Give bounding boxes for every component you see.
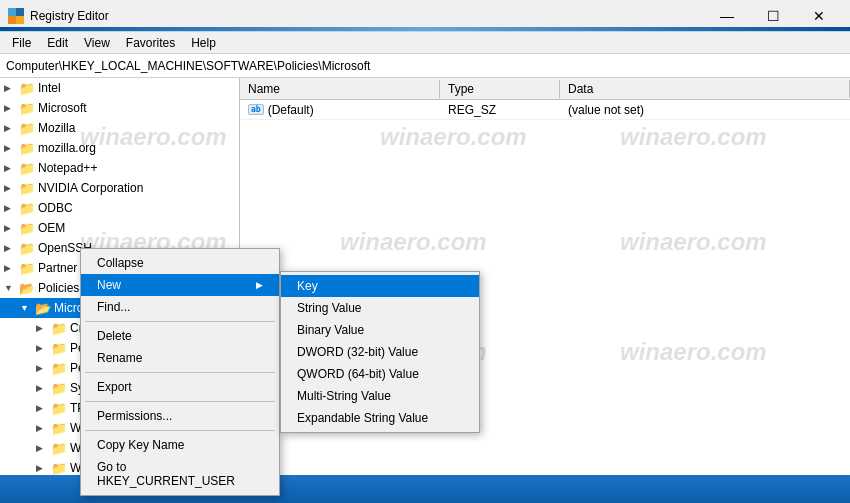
folder-icon: 📁 [51,361,67,376]
ctx-new[interactable]: New ▶ [81,274,279,296]
ctx-separator-3 [85,401,275,402]
details-row-default[interactable]: ab (Default) REG_SZ (value not set) [240,100,850,120]
tree-label: NVIDIA Corporation [38,181,143,195]
menu-bar: File Edit View Favorites Help [0,32,850,54]
sub-item-key[interactable]: Key [281,275,479,297]
menu-file[interactable]: File [4,34,39,52]
expand-arrow: ▶ [4,263,16,273]
ctx-find[interactable]: Find... [81,296,279,318]
sub-label: String Value [297,301,361,315]
ctx-label: Find... [97,300,130,314]
tree-item-mozilla-org[interactable]: ▶ 📁 mozilla.org [0,138,239,158]
ctx-goto-hkcu[interactable]: Go to HKEY_CURRENT_USER [81,456,279,492]
reg-value-icon: ab [248,104,264,115]
folder-icon: 📁 [19,101,35,116]
tree-item-intel[interactable]: ▶ 📁 Intel [0,78,239,98]
ctx-label: Export [97,380,132,394]
tree-label: Partner [38,261,77,275]
expand-arrow: ▶ [4,103,16,113]
expand-arrow: ▶ [4,143,16,153]
folder-icon: 📁 [51,441,67,456]
sub-label: Expandable String Value [297,411,428,425]
tree-item-mozilla[interactable]: ▶ 📁 Mozilla [0,118,239,138]
menu-favorites[interactable]: Favorites [118,34,183,52]
tree-label: Policies [38,281,79,295]
folder-icon: 📁 [19,181,35,196]
tree-label: Mozilla [38,121,75,135]
cell-name: ab (Default) [240,101,440,119]
cell-type: REG_SZ [440,101,560,119]
address-bar: Computer\HKEY_LOCAL_MACHINE\SOFTWARE\Pol… [0,54,850,78]
sub-label: Key [297,279,318,293]
folder-icon: 📁 [51,381,67,396]
tree-label: Microsoft [38,101,87,115]
header-type: Type [440,80,560,98]
svg-rect-3 [16,16,24,24]
context-menu: Collapse New ▶ Find... Delete Rename Exp… [80,248,280,496]
ctx-label: Delete [97,329,132,343]
expand-arrow: ▶ [4,243,16,253]
expand-arrow: ▶ [4,123,16,133]
tree-label: ODBC [38,201,73,215]
tree-item-nvidia[interactable]: ▶ 📁 NVIDIA Corporation [0,178,239,198]
sub-item-dword[interactable]: DWORD (32-bit) Value [281,341,479,363]
ctx-label: Go to HKEY_CURRENT_USER [97,460,263,488]
value-name: (Default) [268,103,314,117]
ctx-permissions[interactable]: Permissions... [81,405,279,427]
folder-icon: 📂 [35,301,51,316]
tree-item-microsoft-sw[interactable]: ▶ 📁 Microsoft [0,98,239,118]
sub-label: DWORD (32-bit) Value [297,345,418,359]
folder-icon: 📁 [51,341,67,356]
expand-arrow: ▶ [36,383,48,393]
expand-arrow: ▶ [36,323,48,333]
expand-arrow: ▶ [4,163,16,173]
ctx-copy-key[interactable]: Copy Key Name [81,434,279,456]
folder-icon: 📁 [19,241,35,256]
sub-item-expandable-string[interactable]: Expandable String Value [281,407,479,429]
folder-icon: 📁 [51,321,67,336]
sub-label: QWORD (64-bit) Value [297,367,419,381]
folder-icon: 📁 [51,401,67,416]
expand-arrow: ▼ [4,283,16,293]
expand-arrow: ▶ [4,203,16,213]
sub-item-qword[interactable]: QWORD (64-bit) Value [281,363,479,385]
folder-icon: 📂 [19,281,35,296]
ctx-collapse[interactable]: Collapse [81,252,279,274]
expand-arrow: ▶ [36,443,48,453]
svg-rect-0 [8,8,16,16]
tree-item-notepad[interactable]: ▶ 📁 Notepad++ [0,158,239,178]
ctx-label: Permissions... [97,409,172,423]
tree-label: Notepad++ [38,161,97,175]
expand-arrow: ▶ [36,403,48,413]
ctx-separator-1 [85,321,275,322]
ctx-label: Collapse [97,256,144,270]
ctx-label: Rename [97,351,142,365]
tree-item-odbc[interactable]: ▶ 📁 ODBC [0,198,239,218]
ctx-delete[interactable]: Delete [81,325,279,347]
sub-item-binary-value[interactable]: Binary Value [281,319,479,341]
ctx-export[interactable]: Export [81,376,279,398]
ctx-arrow-icon: ▶ [256,280,263,290]
sub-context-menu-new: Key String Value Binary Value DWORD (32-… [280,271,480,433]
ctx-label: New [97,278,121,292]
header-name: Name [240,80,440,98]
menu-edit[interactable]: Edit [39,34,76,52]
folder-icon: 📁 [51,421,67,436]
details-header: Name Type Data [240,78,850,100]
folder-icon: 📁 [19,141,35,156]
folder-icon: 📁 [19,121,35,136]
tree-item-oem[interactable]: ▶ 📁 OEM [0,218,239,238]
sub-item-string-value[interactable]: String Value [281,297,479,319]
cell-data: (value not set) [560,101,850,119]
sub-label: Multi-String Value [297,389,391,403]
folder-icon: 📁 [19,161,35,176]
menu-view[interactable]: View [76,34,118,52]
ctx-rename[interactable]: Rename [81,347,279,369]
window-title: Registry Editor [30,9,704,23]
address-path: Computer\HKEY_LOCAL_MACHINE\SOFTWARE\Pol… [6,59,370,73]
folder-icon: 📁 [19,201,35,216]
sub-item-multi-string[interactable]: Multi-String Value [281,385,479,407]
menu-help[interactable]: Help [183,34,224,52]
ctx-separator-2 [85,372,275,373]
folder-icon: 📁 [19,261,35,276]
